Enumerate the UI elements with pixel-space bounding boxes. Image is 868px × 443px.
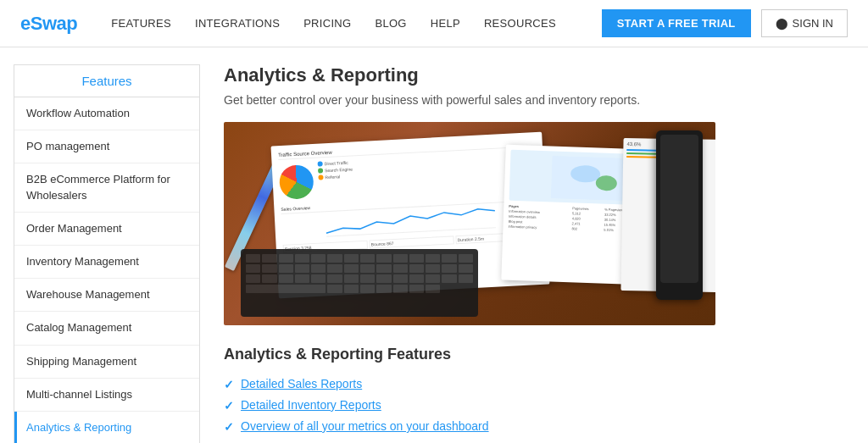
- sidebar-item-catalog-management[interactable]: Catalog Management: [14, 312, 199, 345]
- page-title: Analytics & Reporting: [224, 64, 831, 86]
- sidebar: Features Workflow Automation PO manageme…: [14, 64, 200, 443]
- nav-resources[interactable]: RESOURCES: [484, 17, 556, 30]
- feature-list: ✓ Detailed Sales Reports ✓ Detailed Inve…: [224, 377, 831, 434]
- keyboard-decoration: [241, 249, 478, 317]
- sidebar-item-warehouse-management[interactable]: Warehouse Management: [14, 279, 199, 312]
- feature-image: Traffic Source Overview Direct Traffic S…: [224, 122, 715, 325]
- site-header: eSwap FEATURES INTEGRATIONS PRICING BLOG…: [0, 0, 868, 47]
- main-content: Analytics & Reporting Get better control…: [200, 64, 854, 443]
- sidebar-item-inventory-management[interactable]: Inventory Management: [14, 246, 199, 279]
- start-trial-button[interactable]: START A FREE TRIAL: [602, 9, 751, 37]
- list-item: ✓ Detailed Sales Reports: [224, 377, 831, 391]
- nav-integrations[interactable]: INTEGRATIONS: [195, 17, 280, 30]
- list-item: ✓ Overview of all your metrics on your d…: [224, 419, 831, 434]
- site-logo[interactable]: eSwap: [20, 13, 77, 35]
- sidebar-item-b2b-ecommerce[interactable]: B2B eCommerce Platform for Wholesalers: [14, 163, 199, 212]
- signin-label: SIGN IN: [793, 17, 833, 30]
- sidebar-item-workflow-automation[interactable]: Workflow Automation: [14, 97, 199, 130]
- phone-screen: [660, 135, 698, 283]
- image-overlay: Traffic Source Overview Direct Traffic S…: [224, 122, 715, 325]
- main-layout: Features Workflow Automation PO manageme…: [0, 47, 868, 443]
- phone-decoration: [656, 130, 703, 300]
- features-section-title: Analytics & Reporting Features: [224, 346, 831, 363]
- page-subtitle: Get better control over your business wi…: [224, 93, 831, 107]
- sidebar-item-multichannel-listings[interactable]: Multi-channel Listings: [14, 379, 199, 412]
- nav-pricing[interactable]: PRICING: [303, 17, 351, 30]
- nav-features[interactable]: FEATURES: [111, 17, 171, 30]
- sidebar-title: Features: [14, 65, 199, 97]
- signin-icon: ⬤: [776, 17, 788, 30]
- main-nav: FEATURES INTEGRATIONS PRICING BLOG HELP …: [111, 17, 601, 30]
- sidebar-item-po-management[interactable]: PO management: [14, 130, 199, 163]
- check-icon-2: ✓: [224, 399, 234, 413]
- feature-link-sales-reports[interactable]: Detailed Sales Reports: [241, 377, 362, 390]
- check-icon-3: ✓: [224, 420, 234, 434]
- nav-help[interactable]: HELP: [431, 17, 460, 30]
- keyboard-keys: [241, 249, 478, 298]
- sign-in-button[interactable]: ⬤ SIGN IN: [761, 9, 848, 37]
- sidebar-item-order-management[interactable]: Order Management: [14, 213, 199, 246]
- sidebar-item-shipping-management[interactable]: Shipping Management: [14, 346, 199, 379]
- list-item: ✓ Detailed Inventory Reports: [224, 398, 831, 413]
- header-actions: START A FREE TRIAL ⬤ SIGN IN: [602, 9, 848, 37]
- sidebar-item-analytics-reporting[interactable]: Analytics & Reporting: [14, 412, 199, 443]
- nav-blog[interactable]: BLOG: [375, 17, 406, 30]
- feature-link-dashboard-metrics[interactable]: Overview of all your metrics on your das…: [241, 419, 489, 433]
- check-icon-1: ✓: [224, 378, 234, 391]
- feature-link-inventory-reports[interactable]: Detailed Inventory Reports: [241, 398, 381, 412]
